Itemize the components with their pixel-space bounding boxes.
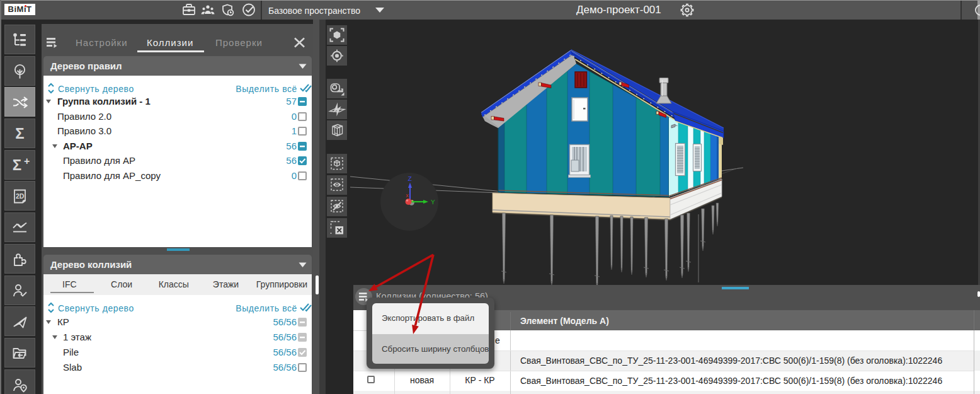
svg-text:2D: 2D bbox=[16, 192, 25, 200]
